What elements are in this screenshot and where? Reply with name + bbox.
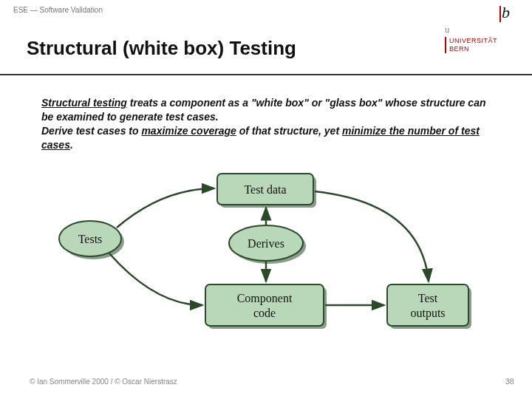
label-component-line1: Component	[237, 292, 293, 305]
logo-letter-u: u	[445, 24, 519, 35]
logo-b: b	[445, 3, 519, 22]
logo-uni-line1: UNIVERSITÄT	[449, 37, 519, 45]
header-bar: ESE — Software Validation Structural (wh…	[0, 0, 532, 75]
logo-university-label: UNIVERSITÄT BERN	[445, 37, 519, 53]
logo-uni-line2: BERN	[449, 45, 519, 53]
body-line2-a: Derive test cases to	[41, 125, 141, 137]
body-line2-c: of that structure, yet	[236, 125, 342, 137]
body-paragraph: Structural testing treats a component as…	[41, 96, 491, 152]
body-line2-e: .	[70, 139, 73, 151]
label-component-line2: code	[253, 307, 276, 319]
box-test-outputs	[387, 284, 468, 326]
arrow-testdata-to-outputs	[315, 191, 429, 282]
label-test-outputs-line1: Test	[418, 292, 438, 304]
term-maximize-coverage: maximize coverage	[141, 125, 236, 137]
label-test-outputs-line2: outputs	[410, 307, 445, 320]
footer-copyright: © Ian Sommerville 2000 / © Oscar Nierstr…	[30, 378, 177, 386]
arrow-tests-to-component	[109, 253, 202, 305]
logo-stroke-icon	[499, 6, 501, 22]
label-derives: Derives	[248, 237, 284, 250]
logo-letter-b: b	[502, 3, 510, 21]
slide: ESE — Software Validation Structural (wh…	[0, 0, 532, 399]
arrow-tests-to-testdata	[117, 188, 214, 228]
box-component-code	[205, 284, 324, 326]
label-tests: Tests	[78, 233, 103, 245]
breadcrumb: ESE — Software Validation	[13, 6, 103, 14]
page-title: Structural (white box) Testing	[27, 37, 296, 60]
flow-diagram: Test data Component code Test outputs Te…	[52, 166, 480, 351]
page-number: 38	[505, 377, 514, 386]
term-structural-testing: Structural testing	[41, 97, 127, 109]
label-test-data: Test data	[244, 183, 286, 196]
university-logo: b u UNIVERSITÄT BERN	[445, 3, 519, 53]
